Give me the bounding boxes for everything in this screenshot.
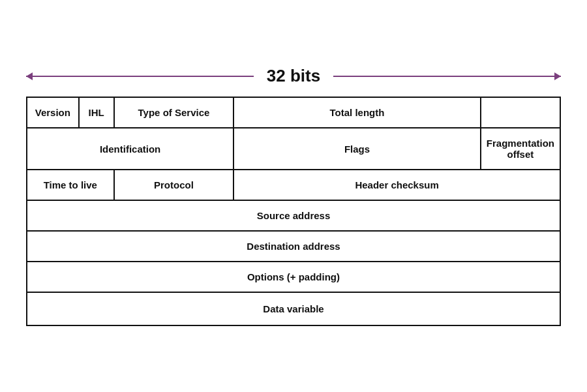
left-arrow xyxy=(26,76,254,77)
cell-version: Version xyxy=(27,97,79,128)
table-row: Version IHL Type of Service Total length xyxy=(27,97,560,128)
cell-ihl: IHL xyxy=(79,97,114,128)
right-arrow xyxy=(333,76,561,77)
cell-frag-offset: Fragmentation offset xyxy=(481,128,560,170)
cell-options: Options (+ padding) xyxy=(27,262,560,292)
table-row: Source address xyxy=(27,200,560,231)
cell-protocol: Protocol xyxy=(114,170,234,200)
cell-source-address: Source address xyxy=(27,200,560,231)
cell-flags: Flags xyxy=(233,128,481,170)
table-row: Options (+ padding) xyxy=(27,262,560,292)
cell-tos: Type of Service xyxy=(114,97,234,128)
main-container: 32 bits Version IHL Type of Service Tota… xyxy=(26,66,561,326)
cell-total-length: Total length xyxy=(233,97,481,128)
cell-data-variable: Data variable xyxy=(27,292,560,325)
table-row: Time to live Protocol Header checksum xyxy=(27,170,560,200)
ip-header-table: Version IHL Type of Service Total length… xyxy=(26,97,561,326)
cell-ttl: Time to live xyxy=(27,170,114,200)
table-row: Data variable xyxy=(27,292,560,325)
table-row: Identification Flags Fragmentation offse… xyxy=(27,128,560,170)
cell-header-checksum: Header checksum xyxy=(233,170,560,200)
header-row: 32 bits xyxy=(26,66,561,86)
cell-identification: Identification xyxy=(27,128,233,170)
table-row: Destination address xyxy=(27,231,560,262)
bits-label: 32 bits xyxy=(254,66,333,86)
cell-destination-address: Destination address xyxy=(27,231,560,262)
